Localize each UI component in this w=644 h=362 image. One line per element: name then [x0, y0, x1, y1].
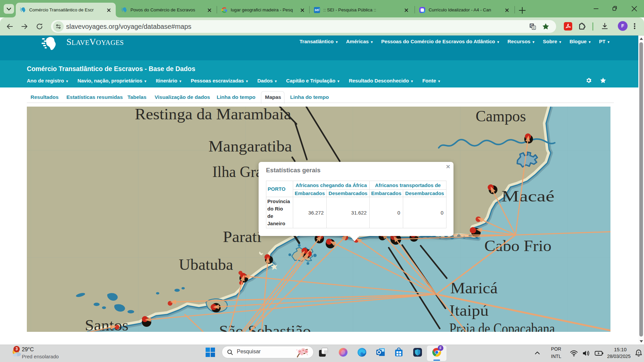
svg-text:Parati: Parati	[223, 228, 262, 245]
svg-text:Santos: Santos	[85, 317, 128, 332]
svg-text:Ubatuba: Ubatuba	[179, 256, 233, 273]
svg-text:z: z	[638, 351, 639, 354]
svg-text:São Sebastião: São Sebastião	[219, 322, 311, 332]
svg-text:Mangaratiba: Mangaratiba	[209, 138, 292, 155]
svg-text:Cabo Frio: Cabo Frio	[484, 237, 551, 254]
svg-text:Campos: Campos	[476, 108, 526, 125]
svg-text:Maricá: Maricá	[450, 280, 498, 297]
svg-text:Restinga da Marambaia: Restinga da Marambaia	[135, 107, 291, 123]
svg-text:文: 文	[532, 26, 535, 29]
svg-text:Macaé: Macaé	[501, 188, 554, 205]
